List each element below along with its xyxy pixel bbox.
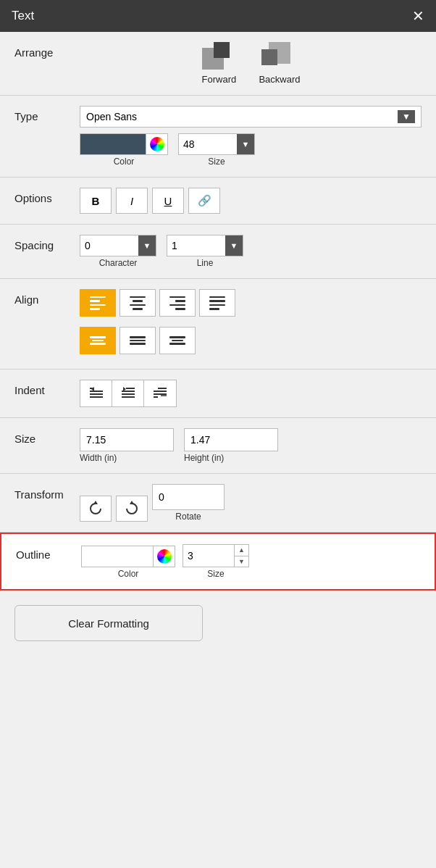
outline-color-swatch[interactable]: [81, 546, 175, 567]
align-label: Align: [14, 289, 80, 306]
type-row: Type Open Sans ▼: [14, 106, 422, 167]
horizontal-align-row: [80, 289, 422, 317]
link-button[interactable]: 🔗: [188, 188, 220, 214]
rotate-ccw-button[interactable]: [80, 496, 112, 522]
outline-color-control: Color: [81, 546, 175, 579]
forward-button[interactable]: Forward: [201, 42, 237, 85]
underline-button[interactable]: U: [152, 188, 184, 214]
line-spacing: ▼ Line: [167, 235, 243, 268]
align-justify-icon: [209, 296, 225, 310]
font-size-arrow[interactable]: ▼: [237, 134, 254, 154]
outline-size-arrows: ▲ ▼: [234, 545, 248, 567]
transform-section: Transform: [0, 474, 436, 533]
line-spacing-label: Line: [197, 258, 214, 268]
outdent-icon: [152, 385, 168, 401]
width-field: Width (in): [80, 428, 174, 463]
title-bar: Text ✕: [0, 0, 436, 32]
font-size-input[interactable]: [179, 134, 237, 154]
spacing-row: Spacing ▼ Character ▼ Li: [14, 235, 422, 268]
outline-size-label: Size: [207, 569, 224, 579]
indent-controls: [80, 380, 177, 407]
height-field: Height (in): [184, 428, 278, 463]
forward-square-front: [214, 42, 230, 58]
clear-formatting-section: Clear Formatting: [0, 591, 436, 656]
outline-size-input[interactable]: [183, 545, 234, 567]
outline-section: Outline Color: [0, 533, 436, 591]
character-spacing-arrow[interactable]: ▼: [138, 235, 156, 256]
valign-bot-icon: [169, 336, 185, 345]
align-center-button[interactable]: [120, 289, 156, 317]
line-spacing-input[interactable]: [167, 235, 225, 256]
rotate-input[interactable]: [152, 484, 225, 510]
color-swatch[interactable]: [80, 133, 168, 155]
arrange-row: Arrange Forward Backwa: [14, 42, 422, 85]
font-dropdown-arrow: ▼: [398, 110, 415, 123]
align-left-button[interactable]: [80, 289, 116, 317]
color-wheel-button[interactable]: [146, 134, 167, 154]
size-label: Size: [208, 157, 225, 167]
transform-controls: Rotate: [80, 484, 225, 522]
forward-label: Forward: [202, 74, 237, 85]
rotate-input-wrap: Rotate: [152, 484, 225, 522]
valign-bottom-button[interactable]: [159, 327, 196, 354]
indent-decrease-icon: [88, 385, 104, 401]
outline-color-wheel-button[interactable]: [153, 546, 175, 567]
panel-content: Arrange Forward Backwa: [0, 32, 436, 868]
options-section: Options B I U 🔗: [0, 178, 436, 225]
valign-top-button[interactable]: [80, 327, 116, 354]
backward-icon: [261, 42, 298, 71]
backward-button[interactable]: Backward: [259, 42, 300, 85]
character-spacing-input[interactable]: [80, 235, 138, 256]
panel-title: Text: [12, 9, 34, 23]
clear-formatting-button[interactable]: Clear Formatting: [14, 605, 203, 641]
transform-row: Transform: [14, 484, 422, 522]
indent-label: Indent: [14, 380, 80, 396]
font-dropdown[interactable]: Open Sans ▼: [80, 106, 422, 128]
type-label: Type: [14, 106, 80, 122]
indent-increase-button[interactable]: [112, 380, 144, 406]
size-label-elem: Size: [14, 428, 80, 445]
color-control: Color: [80, 133, 168, 167]
rotate-cw-button[interactable]: [116, 496, 148, 522]
transform-label: Transform: [14, 484, 80, 501]
indent-decrease-button[interactable]: [80, 380, 112, 406]
size-controls: Width (in) Height (in): [80, 428, 278, 463]
height-label: Height (in): [184, 453, 224, 463]
spacing-section: Spacing ▼ Character ▼ Li: [0, 225, 436, 279]
outline-size-wrap: ▲ ▼: [183, 544, 249, 567]
align-right-button[interactable]: [159, 289, 196, 317]
valign-middle-button[interactable]: [120, 327, 156, 354]
outline-size-control: ▲ ▼ Size: [183, 544, 249, 579]
rotate-ccw-icon: [88, 501, 104, 517]
outline-label: Outline: [16, 544, 81, 561]
font-size-control: ▼ Size: [178, 133, 255, 167]
height-input[interactable]: [184, 428, 278, 451]
close-button[interactable]: ✕: [412, 9, 424, 23]
svg-marker-16: [130, 501, 134, 504]
forward-icon: [201, 42, 237, 71]
options-controls: B I U 🔗: [80, 188, 422, 214]
character-spacing-label: Character: [99, 258, 138, 268]
line-spacing-select: ▼: [167, 235, 243, 256]
width-input[interactable]: [80, 428, 174, 451]
indent-increase-icon: [120, 385, 136, 401]
bold-button[interactable]: B: [80, 188, 112, 214]
align-justify-button[interactable]: [199, 289, 235, 317]
line-spacing-arrow[interactable]: ▼: [225, 235, 243, 256]
arrange-label: Arrange: [14, 42, 80, 59]
outdent-button[interactable]: [144, 380, 176, 406]
spacing-label: Spacing: [14, 235, 80, 251]
color-size-row: Color ▼ Size: [80, 133, 422, 167]
outline-controls: Color ▲ ▼ Size: [81, 544, 249, 579]
character-spacing-select: ▼: [80, 235, 156, 256]
outline-color-rect: [82, 546, 153, 567]
outline-size-up[interactable]: ▲: [235, 545, 248, 556]
font-name: Open Sans: [86, 111, 137, 122]
backward-label: Backward: [259, 74, 300, 85]
rotate-label: Rotate: [152, 512, 225, 522]
outline-size-down[interactable]: ▼: [235, 556, 248, 567]
indent-section: Indent: [0, 370, 436, 418]
italic-button[interactable]: I: [116, 188, 148, 214]
options-label: Options: [14, 188, 80, 204]
color-rect: [80, 134, 146, 154]
